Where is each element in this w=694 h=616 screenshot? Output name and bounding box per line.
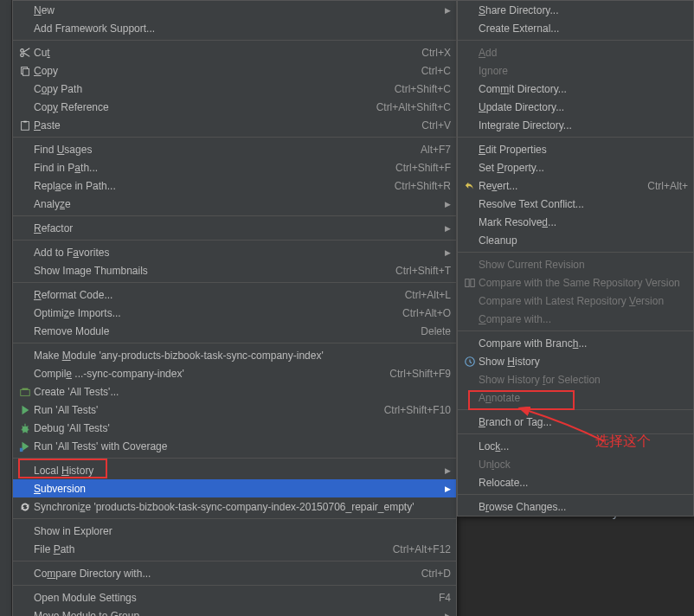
menu-separator [13, 343, 456, 343]
submenu-arrow-icon: ▶ [442, 200, 451, 209]
right_menu-item[interactable]: Compare with... [458, 310, 693, 328]
right_menu-item[interactable]: Compare with Branch... [458, 334, 693, 352]
right_menu-item[interactable]: Annotate [458, 388, 693, 407]
right_menu-item[interactable]: Create External... [458, 19, 693, 37]
menu-separator [458, 137, 693, 138]
right_menu-item[interactable]: Unlock [458, 455, 693, 473]
menu-item-label: Browse Changes... [479, 501, 688, 513]
svg-rect-1 [22, 68, 29, 75]
left_menu-item[interactable]: Add to Favorites▶ [13, 243, 456, 261]
left_menu-item[interactable]: Remove ModuleDelete [13, 322, 456, 340]
menu-item-label: Local History [34, 465, 442, 477]
menu-item-label: Show Image Thumbnails [34, 265, 385, 277]
left_menu-item[interactable]: Subversion▶ [13, 479, 456, 497]
menu-item-label: Compile ...-sync-company-index' [34, 368, 379, 380]
context-menu-main: New▶Add Framework Support...CutCtrl+XCop… [12, 0, 457, 616]
menu-item-label: Remove Module [34, 325, 410, 337]
menu-item-shortcut: F4 [439, 592, 451, 604]
right_menu-item[interactable]: Show History for Selection [458, 370, 693, 388]
left_menu-item[interactable]: Reformat Code...Ctrl+Alt+L [13, 286, 456, 304]
right_menu-item[interactable]: Relocate... [458, 473, 693, 491]
menu-item-label: File Path [34, 543, 382, 555]
menu-item-label: Ignore [479, 65, 688, 77]
right_menu-item[interactable]: Resolve Text Conflict... [458, 195, 693, 213]
left_menu-item[interactable]: Open Module SettingsF4 [13, 588, 456, 606]
menu-item-label: Edit Properties [479, 144, 688, 156]
left_menu-item[interactable]: Create 'All Tests'... [13, 382, 456, 401]
left_menu-item[interactable]: Add Framework Support... [13, 19, 456, 37]
left_menu-item[interactable]: Find UsagesAlt+F7 [13, 140, 456, 158]
menu-item-label: Set Property... [479, 162, 688, 174]
paste-icon [16, 119, 34, 132]
menu-separator [13, 282, 456, 283]
right_menu-item[interactable]: Compare with the Same Repository Version [458, 273, 693, 292]
right_menu-item[interactable]: Integrate Directory... [458, 116, 693, 134]
menu-item-label: Run 'All Tests' with Coverage [34, 440, 451, 452]
left_menu-item[interactable]: Find in Path...Ctrl+Shift+F [13, 158, 456, 176]
menu-separator [13, 215, 456, 216]
ide-leftbar [0, 0, 12, 616]
menu-item-label: Reformat Code... [34, 289, 395, 301]
left_menu-item[interactable]: Replace in Path...Ctrl+Shift+R [13, 176, 456, 195]
menu-item-label: Compare Directory with... [34, 568, 411, 580]
menu-separator [13, 40, 456, 41]
menu-separator [458, 40, 693, 41]
left_menu-item[interactable]: CopyCtrl+C [13, 61, 456, 80]
menu-separator [13, 585, 456, 586]
left_menu-item[interactable]: Synchronize 'products-bizbook-task-sync-… [13, 497, 456, 516]
right_menu-item[interactable]: Compare with Latest Repository Version [458, 292, 693, 310]
menu-item-label: Share Directory... [479, 4, 688, 16]
left_menu-item[interactable]: Analyze▶ [13, 195, 456, 213]
left_menu-item[interactable]: CutCtrl+X [13, 43, 456, 61]
left_menu-item[interactable]: Move Module to Group▶ [13, 606, 456, 616]
menu-item-label: Add [479, 47, 688, 59]
right_menu-item[interactable]: Edit Properties [458, 140, 693, 158]
right_menu-item[interactable]: Share Directory... [458, 1, 693, 19]
right_menu-item[interactable]: Update Directory... [458, 98, 693, 116]
left_menu-item[interactable]: File PathCtrl+Alt+F12 [13, 540, 456, 558]
right_menu-item[interactable]: Ignore [458, 61, 693, 80]
menu-item-label: Run 'All Tests' [34, 404, 374, 416]
left_menu-item[interactable]: Run 'All Tests'Ctrl+Shift+F10 [13, 401, 456, 419]
left_menu-item[interactable]: Compile ...-sync-company-index'Ctrl+Shif… [13, 364, 456, 382]
menu-item-shortcut: Ctrl+X [421, 47, 451, 59]
right_menu-item[interactable]: Cleanup [458, 231, 693, 249]
cut-icon [16, 47, 34, 59]
menu-separator [458, 494, 693, 495]
annotation-text: 选择这个 [595, 433, 651, 451]
left_menu-item[interactable]: Copy PathCtrl+Shift+C [13, 80, 456, 98]
svg-rect-2 [22, 121, 29, 130]
right_menu-item[interactable]: Show Current Revision [458, 255, 693, 273]
left_menu-item[interactable]: Compare Directory with...Ctrl+D [13, 564, 456, 582]
right_menu-item[interactable]: Mark Resolved... [458, 213, 693, 231]
left_menu-item[interactable]: Debug 'All Tests' [13, 419, 456, 437]
left_menu-item[interactable]: Show in Explorer [13, 522, 456, 540]
sync-icon [16, 501, 34, 513]
right_menu-item[interactable]: Browse Changes... [458, 497, 693, 516]
menu-item-label: Compare with the Same Repository Version [479, 277, 688, 289]
left_menu-item[interactable]: Refactor▶ [13, 219, 456, 237]
left_menu-item[interactable]: New▶ [13, 1, 456, 19]
menu-item-label: Compare with Branch... [479, 337, 688, 350]
left_menu-item[interactable]: Make Module 'any-products-bizbook-task-s… [13, 346, 456, 364]
menu-item-label: Find in Path... [34, 162, 385, 174]
menu-item-label: Copy Reference [34, 101, 366, 113]
right_menu-item[interactable]: Commit Directory... [458, 80, 693, 98]
left_menu-item[interactable]: Local History▶ [13, 461, 456, 479]
right_menu-item[interactable]: Show History [458, 352, 693, 370]
left_menu-item[interactable]: Show Image ThumbnailsCtrl+Shift+T [13, 261, 456, 279]
left_menu-item[interactable]: Optimize Imports...Ctrl+Alt+O [13, 304, 456, 322]
right_menu-item[interactable]: Set Property... [458, 158, 693, 176]
right_menu-item[interactable]: Add [458, 43, 693, 61]
right_menu-item[interactable]: Revert...Ctrl+Alt+ [458, 176, 693, 195]
menu-item-label: Make Module 'any-products-bizbook-task-s… [34, 350, 451, 362]
history-icon [461, 356, 479, 368]
left_menu-item[interactable]: PasteCtrl+V [13, 116, 456, 134]
menu-item-shortcut: Ctrl+Shift+R [395, 180, 451, 192]
left_menu-item[interactable]: Run 'All Tests' with Coverage [13, 437, 456, 455]
submenu-arrow-icon: ▶ [442, 248, 451, 257]
menu-item-label: Cut [34, 47, 411, 59]
menu-item-label: Update Directory... [479, 101, 688, 113]
left_menu-item[interactable]: Copy ReferenceCtrl+Alt+Shift+C [13, 98, 456, 116]
menu-item-label: Show History [479, 356, 688, 368]
